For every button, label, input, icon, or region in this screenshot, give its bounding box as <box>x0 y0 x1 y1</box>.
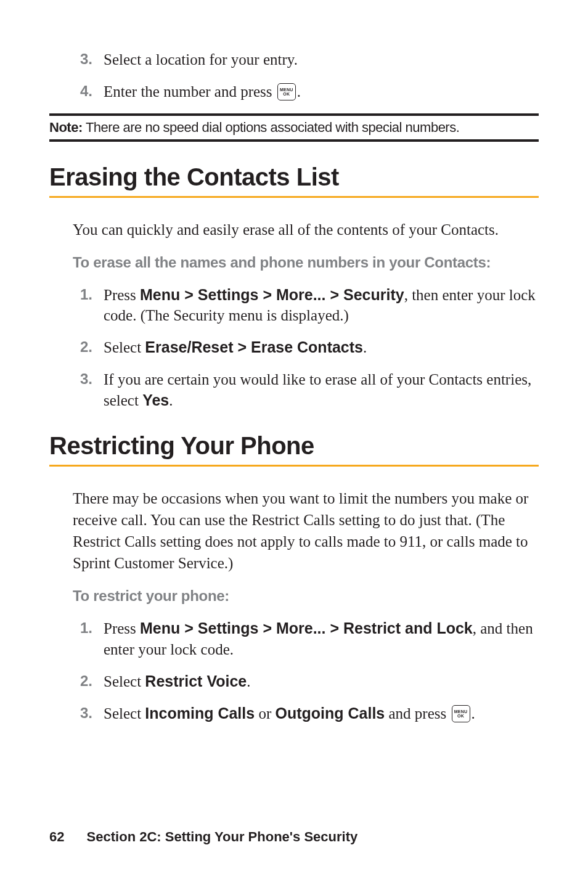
step-number: 3. <box>80 49 104 69</box>
note: Note: There are no speed dial options as… <box>49 120 539 136</box>
step-text: Select a location for your entry. <box>104 49 539 70</box>
page-footer: 62 Section 2C: Setting Your Phone's Secu… <box>49 829 357 845</box>
section2-subheading: To restrict your phone: <box>73 587 539 605</box>
step-text: Select Restrict Voice. <box>104 671 539 692</box>
step-number: 4. <box>80 81 104 101</box>
section1-steps: 1. Press Menu > Settings > More... > Sec… <box>80 285 539 411</box>
note-text: There are no speed dial options associat… <box>83 120 460 135</box>
step-number: 3. <box>80 369 104 389</box>
step-number: 2. <box>80 337 104 357</box>
section1-subheading: To erase all the names and phone numbers… <box>73 254 539 271</box>
continued-steps-list: 3. Select a location for your entry. 4. … <box>80 49 539 102</box>
s1-step-2: 2. Select Erase/Reset > Erase Contacts. <box>80 337 539 358</box>
step-text-after: . <box>297 83 301 100</box>
note-rule-bottom <box>49 139 539 142</box>
s2-step-3: 3. Select Incoming Calls or Outgoing Cal… <box>80 703 539 724</box>
menu-ok-icon: MENUOK <box>452 705 470 722</box>
note-rule-top <box>49 113 539 116</box>
section-title-restricting: Restricting Your Phone <box>49 432 539 467</box>
step-text: Select Erase/Reset > Erase Contacts. <box>104 337 539 358</box>
s1-step-1: 1. Press Menu > Settings > More... > Sec… <box>80 285 539 327</box>
step-text: Enter the number and press MENUOK. <box>104 81 539 102</box>
s1-step-3: 3. If you are certain you would like to … <box>80 369 539 411</box>
step-number: 2. <box>80 671 104 691</box>
section2-steps: 1. Press Menu > Settings > More... > Res… <box>80 618 539 724</box>
step-3: 3. Select a location for your entry. <box>80 49 539 70</box>
step-number: 1. <box>80 618 104 638</box>
footer-section-label: Section 2C: Setting Your Phone's Securit… <box>87 829 358 844</box>
menu-ok-icon: MENUOK <box>277 83 296 100</box>
s2-step-1: 1. Press Menu > Settings > More... > Res… <box>80 618 539 660</box>
note-label: Note: <box>49 120 83 135</box>
s2-step-2: 2. Select Restrict Voice. <box>80 671 539 692</box>
step-text-before: Enter the number and press <box>104 83 276 100</box>
section-title-erasing: Erasing the Contacts List <box>49 163 539 198</box>
step-number: 1. <box>80 285 104 304</box>
step-4: 4. Enter the number and press MENUOK. <box>80 81 539 102</box>
step-text: If you are certain you would like to era… <box>104 369 539 411</box>
step-text: Press Menu > Settings > More... > Securi… <box>104 285 539 327</box>
section2-intro: There may be occasions when you want to … <box>73 488 539 574</box>
page-number: 62 <box>49 829 64 844</box>
section1-intro: You can quickly and easily erase all of … <box>73 219 539 240</box>
step-number: 3. <box>80 703 104 723</box>
step-text: Select Incoming Calls or Outgoing Calls … <box>104 703 539 724</box>
step-text: Press Menu > Settings > More... > Restri… <box>104 618 539 660</box>
